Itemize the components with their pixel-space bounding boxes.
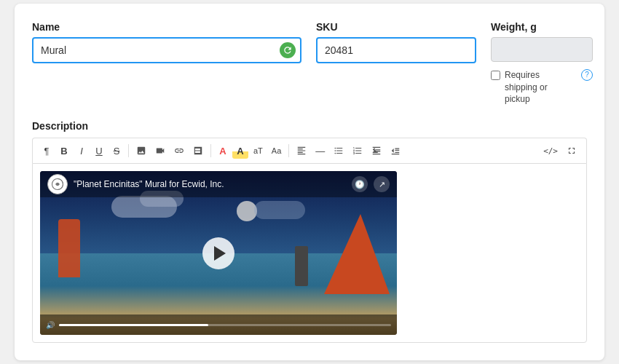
- toolbar-code-btn[interactable]: </>: [540, 143, 561, 159]
- share-icon[interactable]: ↗: [374, 176, 390, 192]
- refresh-icon[interactable]: [280, 42, 296, 58]
- toolbar-image-btn[interactable]: [133, 143, 150, 159]
- toolbar-fullscreen-btn[interactable]: [563, 143, 580, 159]
- toolbar-divider-1: [128, 144, 129, 157]
- toolbar-hr-btn[interactable]: —: [312, 143, 328, 159]
- progress-track[interactable]: [59, 324, 391, 326]
- play-button[interactable]: [202, 237, 234, 269]
- shipping-label: Requires shipping or pickup: [505, 69, 574, 106]
- description-label: Description: [32, 120, 587, 132]
- toolbar-list-ul-btn[interactable]: [330, 143, 347, 159]
- toolbar-align-btn[interactable]: [293, 143, 310, 159]
- figure-person: [295, 246, 308, 286]
- name-input[interactable]: [32, 37, 301, 63]
- toolbar-font-case-btn[interactable]: Aa: [268, 143, 285, 159]
- toolbar-video-btn[interactable]: [151, 143, 169, 159]
- toolbar-paragraph-btn[interactable]: ¶: [39, 143, 55, 159]
- sku-label: SKU: [316, 21, 476, 33]
- product-form-card: Name SKU Weight, g: [15, 4, 604, 360]
- editor-content[interactable]: "Planet Encinitas" Mural for Ecwid, Inc.…: [32, 163, 587, 343]
- toolbar-link-btn[interactable]: [170, 143, 188, 159]
- shipping-checkbox-row: Requires shipping or pickup ?: [491, 69, 593, 106]
- clock-icon[interactable]: 🕐: [352, 176, 368, 192]
- cloud-3: [254, 201, 305, 219]
- name-label: Name: [32, 21, 301, 33]
- editor-toolbar: ¶ B I U S A A aT Aa: [32, 138, 587, 163]
- toolbar-list-ol-btn[interactable]: [349, 143, 366, 159]
- sku-field-group: SKU: [316, 21, 476, 63]
- name-input-wrapper: [32, 37, 301, 63]
- volume-icon[interactable]: 🔊: [46, 321, 55, 329]
- mountain-right: [324, 214, 390, 294]
- weight-input[interactable]: [491, 37, 593, 62]
- toolbar-divider-3: [288, 144, 289, 157]
- toolbar-text-highlight-btn[interactable]: A: [232, 143, 248, 159]
- toolbar-right-group: </>: [540, 143, 580, 159]
- shipping-checkbox[interactable]: [491, 71, 500, 80]
- sku-input[interactable]: [316, 37, 476, 63]
- toolbar-text-color-btn[interactable]: A: [215, 143, 231, 159]
- toolbar-underline-btn[interactable]: U: [91, 143, 107, 159]
- name-field-group: Name: [32, 21, 301, 63]
- toolbar-table-btn[interactable]: [189, 143, 207, 159]
- video-bottom-bar: 🔊: [40, 314, 397, 335]
- video-embed: "Planet Encinitas" Mural for Ecwid, Inc.…: [40, 171, 397, 335]
- video-title: "Planet Encinitas" Mural for Ecwid, Inc.: [74, 179, 346, 189]
- toolbar-divider-2: [210, 144, 211, 157]
- description-section: Description ¶ B I U S A A aT: [32, 120, 587, 343]
- weight-input-wrapper: [491, 37, 593, 62]
- video-overlay-bar: "Planet Encinitas" Mural for Ecwid, Inc.…: [40, 171, 397, 197]
- video-top-icons: 🕐 ↗: [352, 176, 390, 192]
- toolbar-font-size-btn[interactable]: aT: [250, 143, 267, 159]
- weight-label: Weight, g: [491, 21, 593, 33]
- fields-row: Name SKU Weight, g: [32, 21, 587, 106]
- toolbar-bold-btn[interactable]: B: [56, 143, 72, 159]
- weight-field-group: Weight, g Requires shipping or pickup ?: [491, 21, 593, 106]
- sku-input-wrapper: [316, 37, 476, 63]
- help-icon[interactable]: ?: [581, 69, 593, 81]
- channel-logo: [47, 174, 68, 194]
- toolbar-strikethrough-btn[interactable]: S: [109, 143, 125, 159]
- progress-fill: [59, 324, 208, 326]
- toolbar-italic-btn[interactable]: I: [74, 143, 90, 159]
- figure-left: [58, 219, 80, 277]
- toolbar-outdent-btn[interactable]: [387, 143, 404, 159]
- toolbar-indent-btn[interactable]: [368, 143, 385, 159]
